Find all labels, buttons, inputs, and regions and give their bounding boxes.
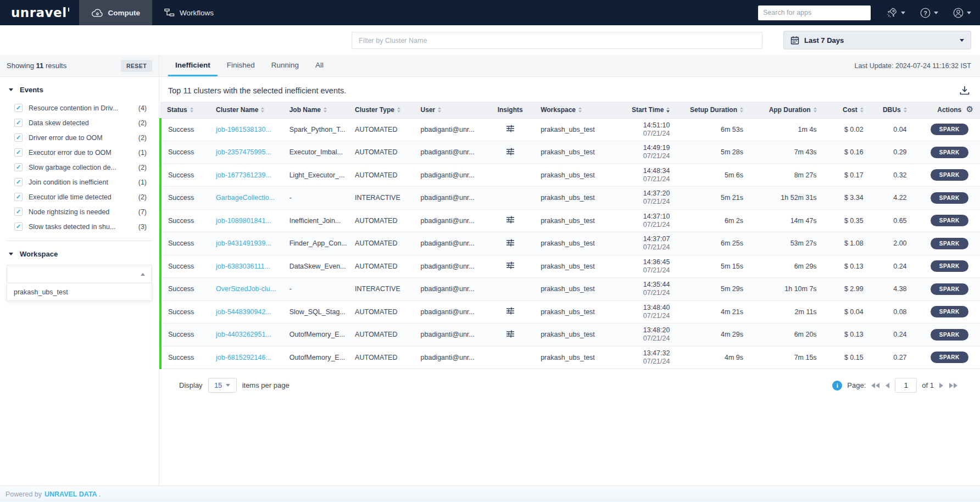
event-checkbox[interactable]: ✓ <box>14 148 23 157</box>
event-filter-item[interactable]: ✓ Data skew detected (2) <box>14 115 152 130</box>
event-checkbox[interactable]: ✓ <box>14 133 23 142</box>
setup-duration-cell: 5m 6s <box>682 164 755 187</box>
event-filter-item[interactable]: ✓ Resource contention in Driv... (4) <box>14 101 152 115</box>
cluster-name-link[interactable]: job-1677361239... <box>216 171 271 179</box>
help-menu-button[interactable]: ? <box>920 7 938 19</box>
sort-icon <box>324 107 327 113</box>
workspace-cell: prakash_ubs_test <box>534 323 612 347</box>
event-filter-item[interactable]: ✓ Executor error due to OOM (1) <box>14 145 152 160</box>
cluster-name-link[interactable]: job-6815292146... <box>216 354 271 361</box>
cluster-name-link[interactable]: OverSizedJob-clu... <box>216 285 276 293</box>
column-header-dbus[interactable]: DBUs <box>876 102 919 118</box>
column-header-status[interactable]: Status <box>160 102 209 118</box>
rocket-icon <box>886 7 898 19</box>
tab-finished[interactable]: Finished <box>220 55 262 76</box>
event-checkbox[interactable]: ✓ <box>14 119 23 127</box>
tab-running[interactable]: Running <box>264 55 306 76</box>
spark-action-button[interactable]: SPARK <box>931 306 968 317</box>
column-header-setup-duration[interactable]: Setup Duration <box>682 102 755 118</box>
first-page-button[interactable] <box>871 383 880 388</box>
cluster-name-link[interactable]: GarbageCollectio... <box>216 194 275 202</box>
spark-action-button[interactable]: SPARK <box>931 192 968 204</box>
column-settings-gear-icon[interactable]: ⚙ <box>966 105 973 113</box>
event-filter-item[interactable]: ✓ Slow tasks detected in shu... (3) <box>14 219 152 234</box>
cluster-name-link[interactable]: job-2357475995... <box>216 148 271 156</box>
tab-all[interactable]: All <box>308 55 331 76</box>
previous-page-button[interactable] <box>885 383 890 388</box>
insights-icon[interactable] <box>505 238 515 248</box>
spark-action-button[interactable]: SPARK <box>931 169 968 181</box>
next-page-button[interactable] <box>939 383 944 388</box>
last-page-button[interactable] <box>949 383 958 388</box>
spark-action-button[interactable]: SPARK <box>931 283 968 295</box>
insights-icon[interactable] <box>505 260 515 270</box>
spark-action-button[interactable]: SPARK <box>931 238 968 249</box>
event-filter-item[interactable]: ✓ Driver error due to OOM (2) <box>14 130 152 145</box>
page-size-select[interactable]: 15 <box>208 378 237 393</box>
workspace-section-header[interactable]: Workspace <box>7 249 152 265</box>
unravel-logo[interactable]: unravel <box>0 0 79 25</box>
insights-icon[interactable] <box>505 147 515 157</box>
events-section-header[interactable]: Events <box>7 85 152 101</box>
apps-menu-button[interactable] <box>886 7 905 19</box>
user-menu-button[interactable] <box>953 7 971 19</box>
page-of-label: of 1 <box>922 381 934 389</box>
tab-inefficient[interactable]: Inefficient <box>168 55 218 76</box>
insights-icon[interactable] <box>505 124 515 133</box>
column-header-start-time[interactable]: Start Time <box>612 102 682 118</box>
column-header-user[interactable]: User <box>414 102 487 118</box>
insights-icon[interactable] <box>505 306 515 316</box>
event-checkbox[interactable]: ✓ <box>14 178 23 186</box>
actions-cell: SPARK <box>919 300 980 323</box>
spark-action-button[interactable]: SPARK <box>931 260 968 272</box>
spark-action-button[interactable]: SPARK <box>931 329 968 341</box>
spark-action-button[interactable]: SPARK <box>931 147 968 158</box>
cluster-name-link[interactable]: job-4403262951... <box>216 331 271 338</box>
cluster-type-cell: AUTOMATED <box>348 118 414 141</box>
cluster-name-link[interactable]: job-1089801841... <box>216 217 271 225</box>
column-header-cost[interactable]: Cost <box>829 102 876 118</box>
column-header-cluster-type[interactable]: Cluster Type <box>348 102 414 118</box>
event-checkbox[interactable]: ✓ <box>14 222 23 231</box>
event-checkbox[interactable]: ✓ <box>14 163 23 171</box>
download-button[interactable] <box>959 85 970 96</box>
cluster-name-link[interactable]: job-6383036111... <box>216 263 270 270</box>
spark-action-button[interactable]: SPARK <box>931 215 968 226</box>
column-header-workspace[interactable]: Workspace <box>534 102 612 118</box>
chevron-down-icon <box>967 12 971 14</box>
cluster-name-link[interactable]: job-5448390942... <box>216 308 271 316</box>
dbus-cell: 0.29 <box>876 141 919 164</box>
info-icon[interactable]: i <box>832 381 842 391</box>
nav-item-workflows[interactable]: Workflows <box>152 0 226 25</box>
unravel-data-link[interactable]: UNRAVEL DATA <box>44 490 97 498</box>
spark-action-button[interactable]: SPARK <box>931 124 968 135</box>
event-checkbox[interactable]: ✓ <box>14 208 23 216</box>
cluster-name-link[interactable]: job-1961538130... <box>216 126 271 133</box>
reset-filters-button[interactable]: RESET <box>121 60 152 72</box>
insights-icon[interactable] <box>505 215 515 225</box>
sort-icon <box>666 107 670 113</box>
event-checkbox[interactable]: ✓ <box>14 104 23 112</box>
event-checkbox[interactable]: ✓ <box>14 193 23 201</box>
event-filter-item[interactable]: ✓ Join condition is inefficient (1) <box>14 175 152 189</box>
event-filter-item[interactable]: ✓ Executor idle time detected (2) <box>14 189 152 204</box>
column-header-job-name[interactable]: Job Name <box>283 102 348 118</box>
nav-item-compute[interactable]: Compute <box>79 0 153 25</box>
column-header-cluster-name[interactable]: Cluster Name <box>209 102 283 118</box>
cluster-name-link[interactable]: job-9431491939... <box>216 239 271 247</box>
dbus-cell: 0.32 <box>876 164 919 187</box>
search-apps-input[interactable] <box>758 5 871 20</box>
workspace-option[interactable]: prakash_ubs_test <box>7 283 152 300</box>
page-number-input[interactable] <box>895 378 917 393</box>
event-filter-item[interactable]: ✓ Node rightsizing is needed (7) <box>14 204 152 219</box>
cluster-name-filter-input[interactable] <box>352 32 762 49</box>
spark-action-button[interactable]: SPARK <box>931 352 968 363</box>
event-filter-item[interactable]: ✓ Slow garbage collection de... (2) <box>14 160 152 175</box>
date-range-dropdown[interactable]: Last 7 Days <box>783 31 971 49</box>
start-time-cell: 14:37:07 07/21/24 <box>612 232 682 255</box>
insights-icon[interactable] <box>505 329 515 339</box>
column-header-app-duration[interactable]: App Duration <box>755 102 829 118</box>
cost-cell: $ 0.04 <box>829 300 876 323</box>
table-row: Success job-5448390942... Slow_SQL_Stag.… <box>160 300 980 323</box>
workspace-select[interactable] <box>7 265 152 283</box>
